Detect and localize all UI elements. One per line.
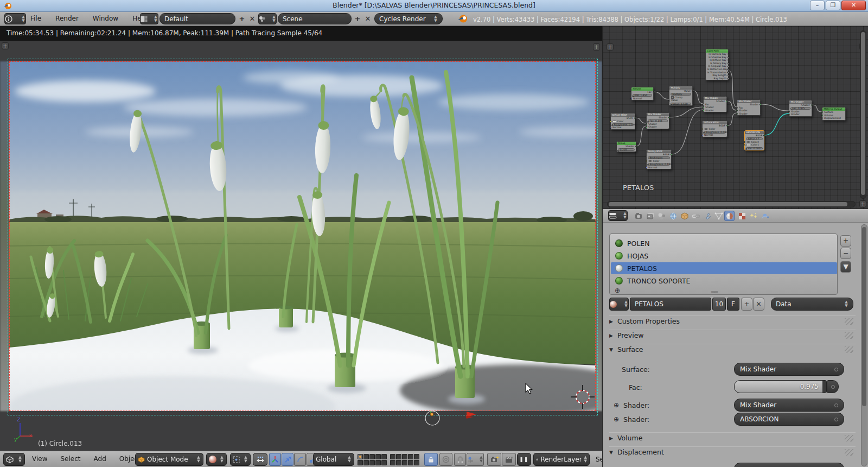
add-slot-icon[interactable]: ⊕ — [615, 287, 620, 294]
node-editor[interactable]: + + Diffuse BSDFBSDFColorRoughness: 0.00… — [602, 26, 868, 209]
vertical-scrollbar[interactable] — [861, 224, 867, 466]
panel-displacement[interactable]: ▼ Displacement — [609, 446, 856, 457]
minimize-button[interactable]: – — [810, 1, 825, 10]
screen-layout-icon-button[interactable]: ▲▼ — [140, 13, 158, 24]
snap-element-select[interactable]: ▲▼ — [467, 453, 484, 466]
menu-item[interactable]: Add — [92, 455, 108, 463]
node-row[interactable]: IOR: 1.450 — [633, 94, 652, 97]
proportional-edit-toggle[interactable] — [439, 453, 452, 466]
remove-material-slot-button[interactable]: − — [840, 248, 851, 259]
node-row[interactable]: Roughness: 0.000 — [612, 123, 634, 126]
tab-scene-icon[interactable] — [656, 211, 667, 221]
delete-scene-button[interactable]: ✕ — [363, 14, 373, 24]
node-row[interactable]: Fac: 0.148 — [648, 119, 668, 122]
shader-node-mix-shader[interactable]: Mix ShaderShaderFacShaderShader — [703, 96, 727, 112]
add-scene-button[interactable]: + — [353, 14, 362, 24]
shader-node-mix-shader[interactable]: Mix ShaderShaderFac: 0.148ShaderShader — [646, 112, 669, 129]
tab-particles-icon[interactable] — [748, 211, 758, 221]
region-expand-icon[interactable]: + — [593, 43, 600, 51]
render-layer-select[interactable]: RenderLayer ▲▼ — [533, 453, 590, 466]
material-slot-row[interactable]: POLEN — [611, 237, 837, 249]
shader-node-mix-shader[interactable]: Mix ShaderShaderFac: 0.975ShaderShader — [789, 100, 812, 117]
manipulator-toggle[interactable] — [253, 453, 267, 466]
material-users-count[interactable]: 10 — [712, 298, 726, 311]
panel-grip[interactable] — [845, 449, 853, 456]
shader-node-multiply[interactable]: MultiplyValueMultiplyClampValueValue: 0.… — [669, 86, 693, 106]
panel-grip[interactable] — [845, 332, 853, 339]
shader-node-material-output[interactable]: Material OutputSurfaceVolumeDisplacement — [822, 107, 846, 121]
node-row[interactable]: 0.205 — [618, 148, 635, 151]
snap-toggle[interactable] — [454, 453, 466, 466]
add-material-slot-button[interactable]: + — [840, 235, 851, 247]
panel-custom-properties[interactable]: ▶ Custom Properties — [609, 315, 856, 326]
panel-grip[interactable] — [845, 318, 853, 325]
layers-widget-group2[interactable] — [390, 454, 419, 465]
opengl-render-button[interactable] — [487, 453, 501, 466]
node-row[interactable]: Roughness: 0.100 — [648, 163, 670, 166]
shader-node-fresnel[interactable]: FresnelFacIOR: 1.450Normal — [631, 87, 654, 100]
panel-volume[interactable]: ▶ Volume — [609, 432, 856, 443]
shader1-select[interactable]: Mix Shader — [734, 399, 844, 412]
menu-item[interactable]: Window — [91, 15, 120, 22]
node-row[interactable]: Fac: 0.975 — [790, 107, 810, 110]
pivot-point-select[interactable]: ▲▼ — [230, 453, 251, 466]
manipulator-axes-toggle[interactable] — [269, 453, 281, 466]
opengl-render-anim-button[interactable] — [502, 453, 516, 466]
rotate-manipulator-toggle[interactable] — [294, 453, 306, 466]
panel-grip[interactable] — [845, 346, 853, 353]
pause-render-button[interactable]: ❚❚ — [517, 453, 531, 466]
editor-type-selector[interactable]: ▲▼ — [3, 453, 25, 466]
layers-widget-group1[interactable] — [358, 454, 387, 465]
new-material-button[interactable]: + — [741, 298, 752, 311]
title-bar[interactable]: Blender* [D:\SALVAS Blender\PRINCESAS\PR… — [0, 0, 868, 12]
shader2-select[interactable]: ABSORCION — [734, 413, 844, 426]
shader-node-light-path[interactable]: Light PathIs Camera RayIs Shadow RayIs D… — [705, 49, 729, 80]
editor-type-selector[interactable]: ▲▼ — [4, 13, 26, 24]
tab-render-icon[interactable] — [634, 211, 644, 221]
tab-constraints-icon[interactable] — [691, 211, 701, 221]
tab-material-icon[interactable] — [724, 211, 735, 221]
shader-node-diffuse-bsdf[interactable]: Diffuse BSDFBSDFColorRoughness: 0.000Nor… — [610, 113, 635, 130]
node-row[interactable]: Multiply — [671, 93, 691, 96]
unlink-material-button[interactable]: ✕ — [753, 298, 764, 311]
tab-physics-icon[interactable] — [760, 211, 770, 221]
material-source-select[interactable]: Data ▲▼ — [771, 298, 853, 311]
tab-object-icon[interactable] — [679, 211, 690, 221]
material-name-field[interactable]: PETALOS — [630, 298, 711, 311]
editor-type-selector[interactable]: ▲▼ — [608, 210, 628, 221]
shader-node-mix-shader[interactable]: Mix ShaderShaderFacShaderShader — [737, 99, 761, 116]
tab-world-icon[interactable] — [668, 211, 678, 221]
panel-grip[interactable] — [845, 435, 853, 441]
transform-orientation-select[interactable]: Global ▲▼ — [313, 453, 354, 466]
vertical-scrollbar[interactable] — [860, 30, 866, 199]
fake-user-button[interactable]: F — [727, 298, 739, 311]
expand-icon[interactable]: ⊕ — [614, 401, 619, 409]
material-slot-row[interactable]: HOJAS — [611, 250, 837, 262]
slot-specials-button[interactable]: ▼ — [840, 261, 851, 273]
tab-modifiers-icon[interactable] — [702, 211, 712, 221]
horizontal-scrollbar[interactable] — [607, 201, 856, 207]
render-engine-select[interactable]: Cycles Render▲▼ — [374, 13, 443, 24]
material-slot-row[interactable]: TRONCO SOPORTE — [611, 275, 837, 287]
fac-slider[interactable]: 0.975 — [734, 380, 827, 393]
node-row[interactable]: Roughness: 0.000 — [704, 131, 726, 134]
screen-layout-field[interactable]: Default — [159, 13, 235, 24]
list-resize-grip[interactable]: ══ — [711, 288, 717, 295]
shader-node-diffuse-bsdf[interactable]: Diffuse BSDFBSDFColorRoughness: 0.000Nor… — [702, 121, 727, 137]
panel-preview[interactable]: ▶ Preview — [609, 330, 856, 340]
region-expand-icon[interactable]: + — [2, 42, 9, 49]
menu-item[interactable]: Render — [53, 15, 81, 22]
viewport-3d[interactable]: + + — [0, 41, 602, 451]
add-layout-button[interactable]: + — [237, 14, 247, 24]
scene-icon-button[interactable]: ▲▼ — [258, 13, 277, 24]
scene-field[interactable]: Scene — [278, 13, 352, 24]
viewport-shading-select[interactable]: ▲▼ — [206, 453, 227, 466]
shader-node-group[interactable]: GroupShader0.205 — [616, 141, 636, 152]
region-expand-icon[interactable]: + — [859, 200, 866, 207]
browse-material-button[interactable]: ▲▼ — [609, 298, 629, 311]
surface-shader-select[interactable]: Mix Shader — [734, 363, 844, 376]
delete-layout-button[interactable]: ✕ — [247, 14, 257, 24]
close-button[interactable]: ✕ — [841, 1, 866, 10]
node-row[interactable]: ABSO 2 F — [746, 137, 763, 140]
fac-extra-button[interactable] — [827, 380, 839, 393]
